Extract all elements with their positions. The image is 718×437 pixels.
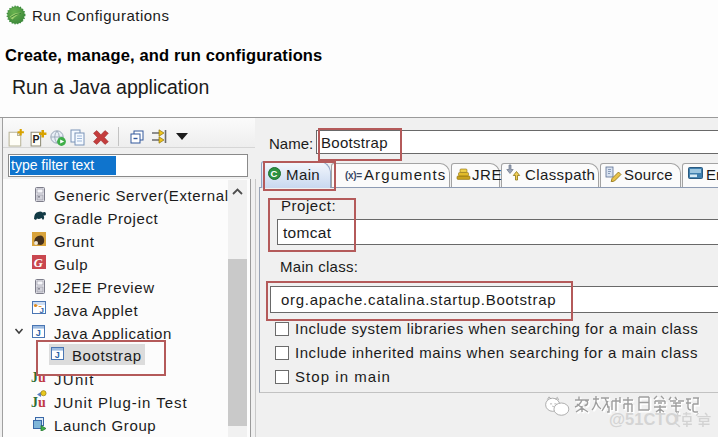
svg-text:J: J <box>55 350 60 360</box>
svg-text:J: J <box>40 306 44 315</box>
svg-text:P: P <box>32 133 39 145</box>
svg-text:C: C <box>271 168 278 179</box>
svg-text:J: J <box>36 328 41 338</box>
svg-text:G: G <box>34 256 43 269</box>
